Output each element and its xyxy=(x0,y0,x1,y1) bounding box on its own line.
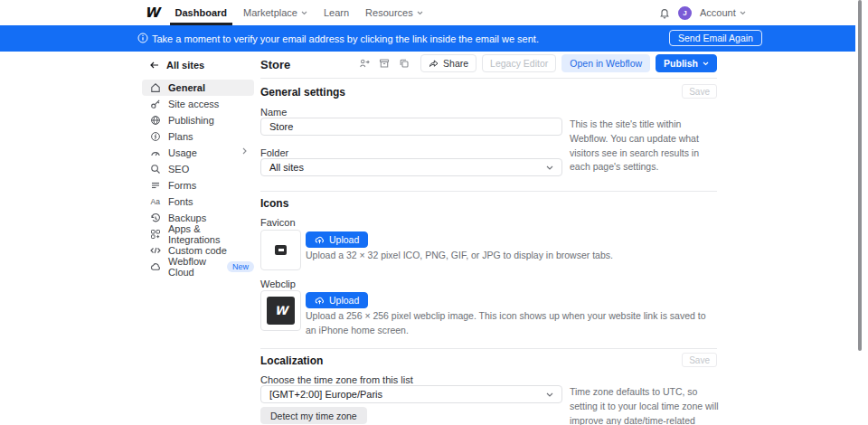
new-badge: New xyxy=(227,261,254,272)
webflow-site-settings-page: W Dashboard Marketplace Learn Resources … xyxy=(0,0,868,425)
favicon-upload-button[interactable]: Upload xyxy=(306,231,368,248)
folder-select[interactable]: All sites xyxy=(260,158,562,176)
sidebar-item-publishing[interactable]: Publishing xyxy=(142,112,254,128)
favicon-label: Favicon xyxy=(260,217,296,228)
sidebar-item-forms[interactable]: Forms xyxy=(142,177,254,194)
chevron-down-icon xyxy=(740,11,746,15)
duplicate-icon[interactable] xyxy=(397,56,411,71)
tab-marketplace[interactable]: Marketplace xyxy=(243,0,307,25)
detect-timezone-button[interactable]: Detect my time zone xyxy=(260,407,367,424)
favicon-preview xyxy=(260,230,301,270)
sidebar-item-general[interactable]: General xyxy=(142,80,254,96)
icons-heading: Icons xyxy=(260,197,288,210)
account-menu[interactable]: Account xyxy=(700,0,746,25)
page-title: Store xyxy=(260,58,290,71)
search-icon xyxy=(150,164,161,175)
name-help-text: This is the site's title within Webflow.… xyxy=(570,118,720,175)
svg-text:Aa: Aa xyxy=(151,197,161,206)
sidebar-item-plans[interactable]: Plans xyxy=(142,128,254,145)
scrollbar-thumb[interactable] xyxy=(858,0,862,351)
info-icon xyxy=(137,33,148,43)
forms-icon xyxy=(150,180,161,191)
chevron-down-icon xyxy=(417,11,423,15)
globe-icon xyxy=(150,115,161,126)
webclip-label: Webclip xyxy=(260,279,296,289)
share-button[interactable]: Share xyxy=(420,54,476,72)
upload-cloud-icon xyxy=(315,296,325,306)
webflow-webclip-icon: W xyxy=(267,297,295,325)
timezone-label: Choose the time zone from this list xyxy=(260,374,413,385)
timezone-help-text: Time zone defaults to UTC, so setting it… xyxy=(570,385,720,425)
general-save-button[interactable]: Save xyxy=(682,84,717,99)
chevron-down-icon xyxy=(301,11,307,15)
localization-heading: Localization xyxy=(260,354,323,367)
plans-icon xyxy=(150,131,161,142)
timezone-select[interactable]: [GMT+2:00] Europe/Paris xyxy=(260,385,562,403)
webclip-preview: W xyxy=(260,290,301,331)
code-icon xyxy=(150,245,161,256)
site-name-input[interactable] xyxy=(260,118,562,136)
home-icon xyxy=(150,82,161,93)
send-email-again-button[interactable]: Send Email Again xyxy=(669,30,762,46)
sidebar-item-seo[interactable]: SEO xyxy=(142,161,254,177)
webflow-logo[interactable]: W xyxy=(145,6,159,20)
sidebar-item-site-access[interactable]: Site access xyxy=(142,96,254,112)
chevron-down-icon xyxy=(546,392,553,397)
back-arrow-icon xyxy=(150,61,159,69)
open-in-webflow-button[interactable]: Open in Webflow xyxy=(561,54,650,72)
history-icon xyxy=(150,212,161,223)
divider xyxy=(260,191,717,192)
key-icon xyxy=(150,99,161,109)
archive-icon[interactable] xyxy=(377,56,392,71)
localization-save-button[interactable]: Save xyxy=(682,353,717,367)
apps-icon xyxy=(150,229,161,240)
default-favicon-icon xyxy=(275,245,287,255)
gauge-icon xyxy=(150,147,161,158)
publish-button[interactable]: Publish xyxy=(656,54,717,72)
header-actions: Share Legacy Editor Open in Webflow Publ… xyxy=(357,54,717,72)
favicon-help-text: Upload a 32 × 32 pixel ICO, PNG, GIF, or… xyxy=(306,249,694,263)
sidebar-item-webflow-cloud[interactable]: Webflow Cloud New xyxy=(142,259,254,275)
sidebar-item-fonts[interactable]: Aa Fonts xyxy=(142,194,254,210)
cloud-icon xyxy=(150,261,161,272)
scrollbar xyxy=(855,0,868,425)
tab-resources[interactable]: Resources xyxy=(365,0,423,25)
webclip-upload-button[interactable]: Upload xyxy=(306,292,368,308)
chevron-right-icon xyxy=(242,147,247,155)
divider xyxy=(260,78,717,79)
top-nav: W Dashboard Marketplace Learn Resources … xyxy=(0,0,855,25)
upload-cloud-icon xyxy=(315,235,325,245)
avatar[interactable]: J xyxy=(678,6,692,20)
divider xyxy=(260,348,717,349)
notifications-bell-icon[interactable] xyxy=(659,7,670,19)
tab-learn[interactable]: Learn xyxy=(324,0,349,25)
banner-message: Take a moment to verify your email addre… xyxy=(152,33,539,44)
share-arrow-icon xyxy=(429,59,439,68)
webclip-help-text: Upload a 256 × 256 pixel webclip image. … xyxy=(306,309,708,338)
tab-dashboard[interactable]: Dashboard xyxy=(175,0,227,25)
name-label: Name xyxy=(260,107,287,118)
general-settings-heading: General settings xyxy=(260,86,345,99)
transfer-site-icon[interactable] xyxy=(357,56,372,71)
chevron-down-icon xyxy=(703,61,709,66)
sidebar-item-usage[interactable]: Usage xyxy=(142,145,254,161)
legacy-editor-button[interactable]: Legacy Editor xyxy=(482,54,556,72)
chevron-down-icon xyxy=(546,165,553,170)
back-to-all-sites[interactable]: All sites xyxy=(142,56,254,80)
settings-sidebar: All sites General Site access Publishing… xyxy=(142,56,254,275)
fonts-icon: Aa xyxy=(150,196,161,207)
verify-email-banner: Take a moment to verify your email addre… xyxy=(0,25,855,52)
sidebar-item-apps-integrations[interactable]: Apps & Integrations xyxy=(142,226,254,242)
folder-label: Folder xyxy=(260,147,288,158)
